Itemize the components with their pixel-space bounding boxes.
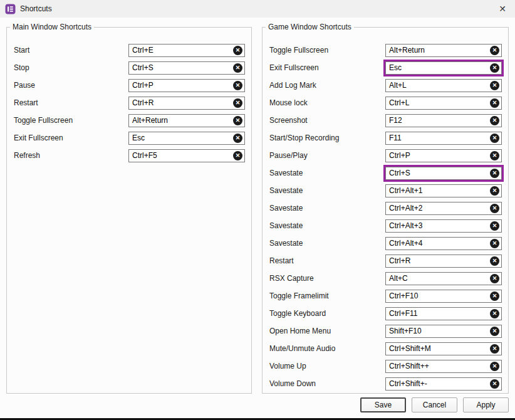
shortcut-value: Alt+Return	[129, 116, 233, 125]
shortcut-label: Restart	[269, 256, 385, 265]
shortcut-input[interactable]: Ctrl+Shift+M✕	[385, 342, 502, 355]
shortcut-row: PauseCtrl+P✕	[13, 76, 245, 94]
shortcut-value: Ctrl+F10	[386, 291, 490, 300]
clear-icon[interactable]: ✕	[490, 344, 499, 354]
shortcut-row: Volume DownCtrl+Shift+-✕	[269, 375, 502, 392]
shortcut-input[interactable]: Ctrl+E✕	[128, 44, 245, 57]
shortcut-value: Esc	[129, 134, 233, 142]
close-icon[interactable]: ✕	[494, 3, 511, 14]
shortcut-label: Volume Up	[269, 362, 385, 370]
shortcut-input[interactable]: Alt+Return✕	[385, 44, 502, 57]
clear-icon[interactable]: ✕	[490, 256, 499, 266]
clear-icon[interactable]: ✕	[490, 116, 499, 125]
shortcut-input[interactable]: Shift+F10✕	[385, 325, 502, 338]
shortcut-input[interactable]: F12✕	[385, 114, 502, 127]
shortcut-input[interactable]: Alt+L✕	[385, 79, 502, 92]
clear-icon[interactable]: ✕	[490, 186, 499, 196]
clear-icon[interactable]: ✕	[233, 151, 242, 160]
clear-icon[interactable]: ✕	[490, 239, 499, 248]
clear-icon[interactable]: ✕	[490, 98, 499, 108]
shortcut-row: Mouse lockCtrl+L✕	[269, 94, 502, 112]
shortcut-input[interactable]: Ctrl+S✕	[128, 61, 245, 75]
clear-icon[interactable]: ✕	[490, 46, 499, 55]
shortcut-input[interactable]: Ctrl+F10✕	[385, 290, 502, 303]
shortcut-input[interactable]: Ctrl+L✕	[385, 97, 502, 110]
clear-icon[interactable]: ✕	[490, 221, 499, 231]
shortcut-input[interactable]: Ctrl+F5✕	[128, 149, 245, 162]
shortcut-input[interactable]: Ctrl+Alt+4✕	[385, 237, 502, 250]
shortcut-row: Start/Stop RecordingF11✕	[269, 129, 502, 147]
shortcut-row: StopCtrl+S✕	[13, 59, 245, 76]
shortcut-value: Ctrl+Shift++	[386, 362, 490, 370]
shortcut-input[interactable]: F11✕	[385, 132, 502, 145]
shortcut-label: Volume Down	[269, 379, 385, 388]
clear-icon[interactable]: ✕	[233, 46, 242, 55]
group-title: Game Window Shortcuts	[266, 23, 354, 31]
shortcut-value: Ctrl+F5	[129, 151, 233, 160]
shortcut-label: Pause	[13, 81, 128, 90]
clear-icon[interactable]: ✕	[490, 327, 499, 336]
shortcut-row: Toggle FullscreenAlt+Return✕	[13, 112, 245, 129]
shortcut-input[interactable]: Ctrl+R✕	[128, 97, 245, 110]
shortcut-value: Alt+Return	[386, 46, 490, 55]
shortcut-label: Open Home Menu	[269, 327, 385, 335]
shortcut-label: Toggle Keyboard	[269, 309, 385, 318]
shortcut-value: Esc	[386, 63, 490, 72]
clear-icon[interactable]: ✕	[490, 379, 499, 389]
shortcut-label: Savestate	[269, 204, 385, 213]
clear-icon[interactable]: ✕	[490, 362, 499, 371]
shortcut-label: Exit Fullscreen	[269, 63, 385, 72]
shortcut-label: Toggle Framelimit	[269, 291, 385, 300]
shortcut-row: Exit FullscreenEsc✕	[13, 129, 245, 147]
clear-icon[interactable]: ✕	[490, 81, 499, 90]
shortcut-input[interactable]: Ctrl+F11✕	[385, 307, 502, 320]
shortcut-row: Mute/Unmute AudioCtrl+Shift+M✕	[269, 340, 502, 357]
shortcut-input[interactable]: Ctrl+Shift++✕	[385, 360, 502, 373]
clear-icon[interactable]: ✕	[490, 63, 499, 73]
shortcut-row: SavestateCtrl+Alt+1✕	[269, 182, 502, 199]
group-game-window-shortcuts: Game Window Shortcuts Toggle FullscreenA…	[262, 23, 509, 394]
shortcut-input[interactable]: Ctrl+Alt+1✕	[385, 184, 502, 197]
shortcut-input[interactable]: Alt+C✕	[385, 272, 502, 285]
shortcut-row: Toggle KeyboardCtrl+F11✕	[269, 305, 502, 322]
clear-icon[interactable]: ✕	[233, 134, 242, 143]
clear-icon[interactable]: ✕	[490, 309, 499, 318]
clear-icon[interactable]: ✕	[490, 291, 499, 301]
clear-icon[interactable]: ✕	[490, 151, 499, 160]
clear-icon[interactable]: ✕	[490, 169, 499, 178]
shortcut-input[interactable]: Ctrl+P✕	[128, 79, 245, 92]
shortcut-label: Add Log Mark	[269, 81, 385, 90]
clear-icon[interactable]: ✕	[490, 204, 499, 213]
shortcut-input[interactable]: Alt+Return✕	[128, 114, 245, 127]
shortcut-input[interactable]: Ctrl+Shift+-✕	[385, 377, 502, 391]
shortcut-rows: Toggle FullscreenAlt+Return✕Exit Fullscr…	[263, 31, 508, 392]
clear-icon[interactable]: ✕	[490, 134, 499, 143]
clear-icon[interactable]: ✕	[233, 116, 242, 125]
shortcut-label: Toggle Fullscreen	[13, 116, 128, 125]
shortcut-input[interactable]: Ctrl+R✕	[385, 255, 502, 268]
clear-icon[interactable]: ✕	[233, 81, 242, 90]
clear-icon[interactable]: ✕	[490, 274, 499, 283]
shortcut-input[interactable]: Ctrl+Alt+3✕	[385, 219, 502, 233]
shortcut-label: Exit Fullscreen	[13, 134, 128, 142]
shortcut-input[interactable]: Ctrl+P✕	[385, 149, 502, 162]
shortcut-input[interactable]: Ctrl+Alt+2✕	[385, 202, 502, 215]
clear-icon[interactable]: ✕	[233, 98, 242, 108]
shortcut-label: Pause/Play	[269, 151, 385, 160]
save-button[interactable]: Save	[360, 397, 406, 412]
shortcut-label: Restart	[13, 98, 128, 107]
clear-icon[interactable]: ✕	[233, 63, 242, 73]
shortcut-value: Ctrl+F11	[386, 309, 490, 318]
shortcut-value: Ctrl+Alt+1	[386, 186, 490, 195]
shortcut-input[interactable]: Ctrl+S✕	[385, 167, 502, 180]
cancel-button[interactable]: Cancel	[412, 397, 457, 412]
shortcut-row: RestartCtrl+R✕	[269, 252, 502, 270]
shortcut-input[interactable]: Esc✕	[385, 61, 502, 75]
apply-button[interactable]: Apply	[463, 397, 509, 412]
shortcut-value: Ctrl+R	[386, 256, 490, 265]
group-title: Main Window Shortcuts	[10, 23, 94, 31]
shortcut-label: Savestate	[269, 221, 385, 230]
shortcut-value: Ctrl+Shift+M	[386, 344, 490, 353]
shortcut-value: Ctrl+L	[386, 98, 490, 107]
shortcut-input[interactable]: Esc✕	[128, 132, 245, 145]
